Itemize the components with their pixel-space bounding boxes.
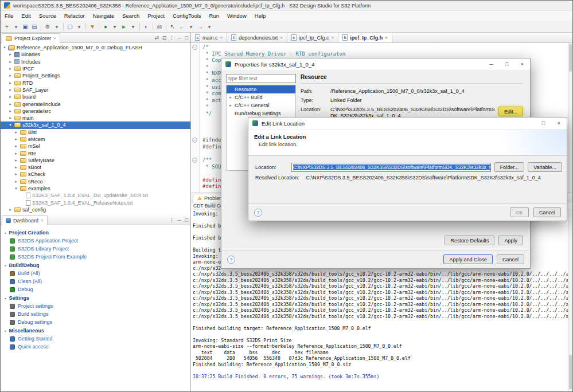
new-dropdown-icon[interactable]: ▾ [11, 22, 21, 31]
debug-icon[interactable]: ● [101, 22, 110, 31]
menu-window[interactable]: Window [223, 11, 251, 20]
edit-help-button[interactable]: ? [254, 209, 262, 217]
expand-closed-icon[interactable]: ▸ [8, 207, 13, 212]
expand-closed-icon[interactable]: ▸ [8, 81, 13, 85]
save-icon[interactable]: ▣ [21, 22, 30, 31]
expand-closed-icon[interactable]: ▸ [8, 73, 13, 78]
help-button[interactable]: ? [227, 256, 235, 264]
dashboard-item-debug[interactable]: Debug [1, 285, 190, 293]
view-menu-icon[interactable]: ⋮ [168, 35, 176, 41]
dashboard-item-build-settings[interactable]: Build settings [1, 310, 190, 318]
editor-scrollbar[interactable] [568, 43, 572, 193]
expand-open-icon[interactable]: ▾ [8, 123, 13, 127]
variable-button[interactable]: Variable... [528, 162, 562, 172]
expand-closed-icon[interactable]: ▸ [228, 103, 233, 108]
close-icon[interactable]: × [551, 117, 567, 129]
link-with-editor-icon[interactable]: ⇄ [153, 35, 161, 41]
properties-tree-c-c-build[interactable]: ▸C/C++ Build [227, 93, 295, 101]
expand-closed-icon[interactable]: ▸ [14, 165, 18, 170]
expand-closed-icon[interactable]: ▸ [14, 158, 18, 163]
tab-close-icon[interactable]: × [280, 35, 283, 40]
maximize-icon[interactable]: □ [183, 35, 190, 41]
expand-closed-icon[interactable]: ▸ [8, 95, 13, 99]
maximize-icon[interactable]: □ [183, 217, 190, 223]
editor-tab-ipcf-ip-cfg-c[interactable]: cipcf_Ip_Cfg.c× [287, 33, 338, 42]
close-icon[interactable]: × [514, 58, 530, 70]
fold-marker-icon[interactable]: – [192, 45, 197, 50]
tree-item-board[interactable]: ▸board [1, 93, 190, 100]
view-close-icon[interactable]: × [53, 36, 56, 41]
folder-button[interactable]: Folder... [494, 162, 525, 172]
tree-item-msel[interactable]: ▸mSel [1, 143, 190, 150]
tree-item-includes[interactable]: ▸Includes [1, 58, 190, 65]
tree-item-saf-config[interactable]: ▸saf_config [1, 206, 190, 213]
menu-help[interactable]: Help [251, 11, 270, 20]
last-edit-location-icon[interactable]: ↖ [168, 22, 177, 31]
tree-item-project-settings[interactable]: ▸Project_Settings [1, 72, 190, 79]
properties-cancel-button[interactable]: Cancel [497, 254, 524, 264]
editor-scroll-thumb[interactable] [569, 44, 572, 72]
maximize-icon[interactable]: □ [536, 117, 551, 129]
expand-closed-icon[interactable]: ▸ [8, 88, 13, 92]
profile-icon[interactable]: ◐ [142, 22, 151, 31]
edit-cancel-button[interactable]: Cancel [533, 207, 561, 217]
dashboard-item-s32ds-library-project[interactable]: S32DS Library Project [1, 245, 190, 253]
maximize-icon[interactable]: □ [499, 58, 514, 70]
debug-dropdown-icon[interactable]: ▾ [110, 22, 119, 31]
menu-search[interactable]: Search [118, 11, 143, 20]
expand-closed-icon[interactable]: ▸ [8, 102, 13, 107]
tab-project-explorer[interactable]: Project Explorer × [2, 33, 60, 43]
expand-closed-icon[interactable]: ▸ [14, 137, 18, 142]
apply-button[interactable]: Apply [498, 236, 523, 245]
properties-filter-input[interactable] [226, 74, 296, 83]
forward-icon[interactable]: → [196, 22, 205, 31]
minimize-icon[interactable]: ─ [484, 58, 499, 70]
run-icon[interactable]: ► [119, 22, 128, 31]
menu-refactor[interactable]: Refactor [60, 11, 89, 20]
fold-marker-icon[interactable]: – [192, 138, 197, 143]
tree-item-rte[interactable]: ▸Rte [1, 150, 190, 156]
expand-closed-icon[interactable]: ▸ [8, 109, 13, 113]
search-icon[interactable]: ◎ [155, 22, 164, 31]
edit-button[interactable]: Edit... [498, 107, 523, 116]
tab-dashboard[interactable]: Dashboard × [2, 215, 48, 225]
dashboard-item-project-settings[interactable]: Project settings [1, 302, 190, 310]
console-scrollbar[interactable] [568, 210, 572, 391]
expand-closed-icon[interactable]: ▸ [228, 95, 233, 100]
tab-close-icon[interactable]: × [385, 35, 388, 40]
tree-item-examples[interactable]: ▾examples [1, 185, 190, 192]
new-c-dropdown-icon[interactable]: ▾ [75, 22, 84, 31]
properties-tree-c-c-general[interactable]: ▸C/C++ General [227, 101, 295, 109]
properties-tree-resource[interactable]: Resource [227, 85, 295, 93]
menu-configtools[interactable]: ConfigTools [169, 11, 205, 20]
build-icon[interactable]: ⚙ [43, 22, 52, 31]
tree-item-generate-src[interactable]: ▸generate/src [1, 108, 190, 115]
tab-close-icon[interactable]: × [220, 35, 223, 40]
forward-dropdown-icon[interactable]: ▾ [205, 22, 214, 31]
tree-item-main[interactable]: ▸main [1, 115, 190, 121]
menu-run[interactable]: Run [205, 11, 223, 20]
tree-item-saf-layer[interactable]: ▸SAF_Layer [1, 87, 190, 93]
expand-open-icon[interactable]: ▾ [2, 45, 7, 50]
expand-closed-icon[interactable]: ▸ [14, 130, 18, 135]
editor-tab-main-c[interactable]: cmain.c× [191, 33, 227, 42]
dashboard-item-clean-all[interactable]: Clean (All) [1, 277, 190, 285]
tree-item-s32k3x-saf-1-0-4[interactable]: ▾s32k3x_saf_1_0_4 [1, 121, 190, 128]
expand-closed-icon[interactable]: ▸ [8, 52, 13, 57]
tree-item-sboot[interactable]: ▸sBoot [1, 164, 190, 171]
menu-project[interactable]: Project [143, 11, 169, 20]
editor-tab-dependencies-txt[interactable]: tdependencies.txt× [227, 33, 287, 42]
tree-item-binaries[interactable]: ▸Binaries [1, 51, 190, 58]
dashboard-item-build-all[interactable]: Build (All) [1, 269, 190, 277]
view-menu-icon[interactable]: ⋮ [168, 217, 176, 223]
build-dropdown-icon[interactable]: ▾ [52, 22, 61, 31]
new-wizard-icon[interactable]: + [2, 22, 11, 31]
ok-button[interactable]: OK [510, 207, 529, 217]
menu-edit[interactable]: Edit [17, 11, 34, 20]
minimize-icon[interactable]: ─ [176, 217, 183, 223]
location-input[interactable]: C:\NXP\S32DS.3.5_BESS202406_S32K358\S32D… [291, 163, 491, 172]
new-c-file-icon[interactable]: ▢ [65, 22, 75, 31]
tree-item-reference-application-1500-m7-0-0-debug-[interactable]: ▾Reference_Application_1500_M7_0_0: Debu… [1, 44, 190, 51]
expand-open-icon[interactable]: ▾ [14, 186, 18, 191]
expand-closed-icon[interactable]: ▸ [14, 172, 18, 177]
